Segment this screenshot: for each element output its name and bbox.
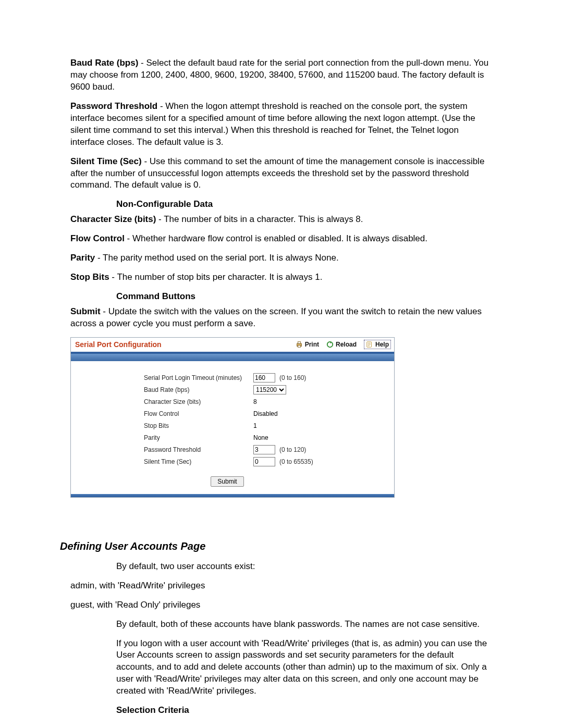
param-label: Silent Time (Sec) — [70, 156, 142, 166]
noncfg-text: - The number of bits in a character. Thi… — [156, 214, 363, 224]
row-value: 1 — [253, 421, 257, 431]
ua-p1: By default, two user accounts exist: — [116, 561, 493, 573]
password-threshold-input[interactable] — [253, 445, 275, 454]
row-hint: (0 to 120) — [279, 445, 306, 455]
reload-icon — [326, 341, 334, 348]
noncfg-text: - The number of stop bits per character.… — [109, 272, 323, 282]
row-hint: (0 to 160) — [279, 373, 306, 383]
silent-time-input[interactable] — [253, 457, 275, 466]
noncfg-label: Character Size (bits) — [70, 214, 156, 224]
param-silent-time: Silent Time (Sec) - Use this command to … — [70, 156, 493, 192]
row-login-timeout: Serial Port Login Timeout (minutes) (0 t… — [144, 373, 384, 383]
noncfg-label: Stop Bits — [70, 272, 109, 282]
row-value: Disabled — [253, 409, 278, 419]
row-label: Parity — [144, 433, 253, 443]
row-label: Password Threshold — [144, 445, 253, 455]
param-label: Baud Rate (bps) — [70, 58, 138, 68]
print-label: Print — [305, 340, 319, 349]
panel-stripe — [71, 354, 394, 361]
help-button[interactable]: Help — [364, 340, 391, 349]
help-label: Help — [375, 340, 389, 349]
noncfg-charsize: Character Size (bits) - The number of bi… — [70, 214, 493, 226]
svg-rect-1 — [298, 342, 300, 344]
row-label: Flow Control — [144, 409, 253, 419]
row-baud-rate: Baud Rate (bps) 115200 — [144, 385, 384, 395]
row-stop-bits: Stop Bits 1 — [144, 421, 384, 431]
row-hint: (0 to 65535) — [279, 456, 313, 467]
panel-header: Serial Port Configuration Print Reload — [71, 338, 394, 354]
ua-p3: guest, with 'Read Only' privileges — [70, 599, 493, 611]
reload-label: Reload — [336, 340, 357, 349]
nonconfigurable-heading: Non-Configurable Data — [116, 199, 493, 211]
row-silent-time: Silent Time (Sec) (0 to 65535) — [144, 456, 384, 467]
print-button[interactable]: Print — [296, 340, 319, 349]
noncfg-label: Parity — [70, 253, 95, 263]
submit-label: Submit — [70, 306, 101, 316]
row-password-threshold: Password Threshold (0 to 120) — [144, 445, 384, 455]
param-password-threshold: Password Threshold - When the logon atte… — [70, 101, 493, 149]
ua-p2: admin, with 'Read/Write' privileges — [70, 580, 493, 592]
row-label: Silent Time (Sec) — [144, 456, 253, 467]
row-value: 8 — [253, 397, 257, 407]
row-char-size: Character Size (bits) 8 — [144, 397, 384, 407]
panel-title: Serial Port Configuration — [75, 340, 296, 350]
noncfg-stopbits: Stop Bits - The number of stop bits per … — [70, 272, 493, 283]
printer-icon — [296, 341, 303, 348]
submit-text: - Update the switch with the values on t… — [70, 306, 482, 328]
login-timeout-input[interactable] — [253, 373, 275, 382]
help-icon — [366, 341, 373, 348]
selection-criteria-heading: Selection Criteria — [116, 705, 493, 717]
ua-p5: If you logon with a user account with 'R… — [116, 638, 493, 698]
command-buttons-heading: Command Buttons — [116, 291, 493, 303]
noncfg-label: Flow Control — [70, 233, 125, 243]
noncfg-parity: Parity - The parity method used on the s… — [70, 252, 493, 264]
reload-button[interactable]: Reload — [326, 340, 357, 349]
ua-p4: By default, both of these accounts have … — [116, 619, 493, 631]
row-label: Character Size (bits) — [144, 397, 253, 407]
noncfg-text: - Whether hardware flow control is enabl… — [125, 233, 427, 243]
baud-rate-select[interactable]: 115200 — [253, 385, 286, 394]
submit-description: Submit - Update the switch with the valu… — [70, 306, 493, 330]
noncfg-flow: Flow Control - Whether hardware flow con… — [70, 233, 493, 245]
panel-footer-stripe — [71, 494, 394, 497]
param-label: Password Threshold — [70, 101, 157, 111]
svg-rect-2 — [298, 346, 300, 348]
row-label: Stop Bits — [144, 421, 253, 431]
section-title-user-accounts: Defining User Accounts Page — [60, 539, 493, 553]
submit-button[interactable]: Submit — [211, 476, 243, 487]
row-flow-control: Flow Control Disabled — [144, 409, 384, 419]
row-parity: Parity None — [144, 433, 384, 443]
serial-port-config-panel: Serial Port Configuration Print Reload — [70, 337, 395, 498]
param-baud-rate: Baud Rate (bps) - Select the default bau… — [70, 57, 493, 93]
noncfg-text: - The parity method used on the serial p… — [95, 253, 338, 263]
row-label: Serial Port Login Timeout (minutes) — [144, 373, 253, 383]
row-label: Baud Rate (bps) — [144, 385, 253, 395]
row-value: None — [253, 433, 268, 443]
